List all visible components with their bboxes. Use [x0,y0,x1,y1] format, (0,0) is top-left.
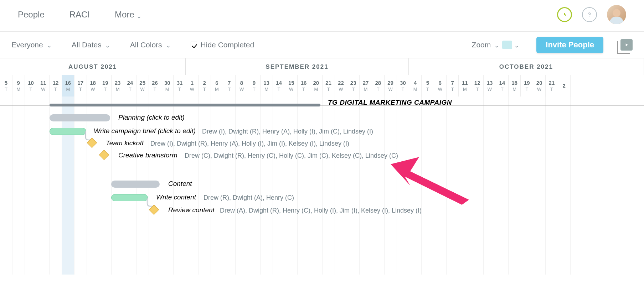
filter-colors[interactable]: All Colors [130,41,171,49]
day-header-cell[interactable]: 17T [74,75,87,97]
day-header-cell[interactable]: 2 [558,75,571,97]
day-header-cell[interactable]: 9T [248,75,261,97]
day-header-cell[interactable]: 28T [372,75,385,97]
day-header-cell[interactable]: 16M [62,75,74,97]
day-header-cell[interactable]: 11W [37,75,50,97]
day-header-cell[interactable]: 13M [261,75,273,97]
day-header-cell[interactable]: 8W [236,75,248,97]
help-icon[interactable] [582,7,597,22]
timeline: AUGUST 2021SEPTEMBER 2021OCTOBER 2021 5T… [0,58,644,275]
task-bar-brief[interactable] [50,128,86,135]
grid-column [323,97,335,275]
assignees-write: Drew (R), Dwight (A), Henry (C) [203,194,294,202]
filter-dates[interactable]: All Dates [72,41,110,49]
day-header-cell[interactable]: 6W [434,75,447,97]
month-header: AUGUST 2021 [0,58,186,75]
filter-everyone[interactable]: Everyone [11,41,52,49]
day-header-cell[interactable]: 19T [99,75,112,97]
month-header: OCTOBER 2021 [409,58,644,75]
day-header-cell[interactable]: 9M [12,75,25,97]
day-header-cell[interactable]: 29W [385,75,397,97]
zoom-dropdown[interactable]: Zoom [472,41,500,49]
day-header-cell[interactable]: 5T [422,75,434,97]
avatar[interactable] [607,5,626,24]
assignees-brainstorm: Drew (C), Dwight (R), Henry (C), Holly (… [185,152,398,160]
day-header-cell[interactable]: 21T [323,75,335,97]
day-header-cell[interactable]: 30M [161,75,174,97]
task-label-content[interactable]: Content [168,180,192,188]
project-bar[interactable] [50,104,320,106]
project-title: TG DIGITAL MARKETING CAMPAIGN [328,99,452,106]
nav-more-label: More [115,10,134,20]
nav-people[interactable]: People [18,10,45,20]
day-header-cell[interactable]: 24T [124,75,136,97]
day-header-cell[interactable]: 20M [310,75,323,97]
day-header-cell[interactable]: 12T [471,75,484,97]
grid-column [372,97,385,275]
grid-column [50,97,62,275]
assignees-brief: Drew (I), Dwight (R), Henry (A), Holly (… [202,128,373,135]
color-swatch-icon [502,41,512,49]
group-bar-content[interactable] [111,181,160,188]
day-header-cell[interactable]: 20W [533,75,546,97]
task-bar-write[interactable] [111,194,148,201]
day-header-cell[interactable]: 2T [199,75,211,97]
nav-more[interactable]: More [115,10,141,20]
grid-column [223,97,236,275]
day-header-cell[interactable]: 5T [0,75,12,97]
task-label-write[interactable]: Write content [156,193,196,201]
grid-column [87,97,99,275]
grid-column [533,97,546,275]
day-header-cell[interactable]: 31T [174,75,186,97]
day-header-cell[interactable]: 30T [397,75,409,97]
day-header-cell[interactable]: 13W [484,75,496,97]
day-header-cell[interactable]: 1W [186,75,199,97]
task-label-brief[interactable]: Write campaign brief (click to edit) [94,127,196,135]
month-header: SEPTEMBER 2021 [186,58,409,75]
day-header-cell[interactable]: 27M [360,75,372,97]
day-header-cell[interactable]: 22W [335,75,347,97]
day-header-cell[interactable]: 4M [409,75,422,97]
grid-column [62,97,74,275]
grid-column [261,97,273,275]
day-header-cell[interactable]: 15W [285,75,298,97]
task-label-kickoff[interactable]: Team kickoff [106,139,144,147]
day-header-cell[interactable]: 11M [459,75,471,97]
day-header-cell[interactable]: 26T [149,75,161,97]
svg-marker-1 [626,43,628,46]
day-header-cell[interactable]: 16T [298,75,310,97]
assignees-review: Drew (A), Dwight (R), Henry (C), Holly (… [220,207,422,214]
group-bar-planning[interactable] [50,114,110,121]
day-header-cell[interactable]: 12T [50,75,62,97]
assignees-kickoff: Drew (I), Dwight (R), Henry (A), Holly (… [150,140,349,147]
clock-icon[interactable] [557,7,572,22]
day-header-cell[interactable]: 7T [223,75,236,97]
day-header-cell[interactable]: 18W [87,75,99,97]
gantt-area[interactable]: TG DIGITAL MARKETING CAMPAIGN Planning (… [0,97,644,275]
checkbox-checked-icon [191,42,197,48]
day-header-cell[interactable]: 10T [25,75,37,97]
chevron-down-icon [47,42,52,47]
invite-people-button[interactable]: Invite People [536,37,603,53]
day-header-cell[interactable]: 21T [546,75,558,97]
day-header-cell[interactable]: 7T [447,75,459,97]
grid-column [521,97,534,275]
day-header-cell[interactable]: 23M [112,75,124,97]
hide-completed-toggle[interactable]: Hide Completed [191,41,254,49]
chevron-down-icon [105,42,110,47]
nav-raci[interactable]: RACI [69,10,90,20]
day-header-cell[interactable]: 6M [211,75,223,97]
day-header-cell[interactable]: 19T [521,75,533,97]
day-header-cell[interactable]: 14T [273,75,285,97]
day-header-cell[interactable]: 14T [496,75,509,97]
filter-dates-label: All Dates [72,41,102,49]
day-header-cell[interactable]: 25W [136,75,149,97]
day-header-cell[interactable]: 23T [347,75,360,97]
day-header-cell[interactable]: 18M [509,75,521,97]
task-label-brainstorm[interactable]: Creative brainstorm [118,151,177,159]
color-swatch-picker[interactable] [502,41,519,49]
grid-column [0,97,12,275]
task-label-review[interactable]: Review content [168,206,215,214]
details-panel-toggle[interactable] [620,39,633,51]
task-label-planning[interactable]: Planning (click to edit) [118,114,185,121]
